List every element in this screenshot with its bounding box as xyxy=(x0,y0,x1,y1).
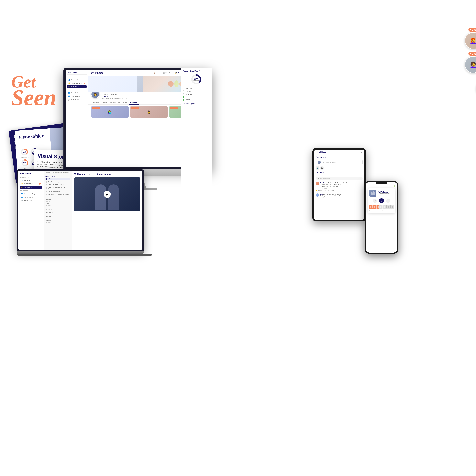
audio-player-card: Mini-Audiokurs Einführung ins Thema Stor… xyxy=(368,188,395,213)
checklist-uber-mich: Über mich xyxy=(183,87,209,89)
tablet-frame: ▪ Die Piñatas ☰ Newsfeed Teile etwas mit… xyxy=(312,148,366,221)
week-5-lessons: 3 Lektionen xyxy=(45,218,70,219)
video-player[interactable]: ▶ xyxy=(74,177,140,211)
right-panel: Komplettiere Dein P... 36% Komplett xyxy=(181,70,209,167)
phone: 9:41 ●●● WiFi 🔋 xyxy=(365,181,398,254)
sidebar-community-label: COMMUNITY xyxy=(67,89,86,91)
getseen-logo: Get Seen xyxy=(11,73,56,108)
course-card-1[interactable]: START KURS 👩‍💻 xyxy=(91,106,129,118)
course-lesson-title: Willkommen – Erst einmal ankom... xyxy=(74,173,140,176)
follower-count: 2 Follower xyxy=(102,94,108,96)
playback-speed[interactable]: 1x xyxy=(369,210,370,211)
week-4-header[interactable]: ▶ Woche 4 xyxy=(45,211,70,213)
progress-donut: 36% Komplett xyxy=(183,74,209,85)
laptop-display: ▪ Die Piñatas PERSÖNLICH 👤 Mein Profil 🔔… xyxy=(18,171,142,250)
week-1-header[interactable]: ▶ Woche 1 xyxy=(45,198,70,201)
lesson-6[interactable]: Wie oft soll ich Storytelling einsetzen? xyxy=(45,193,70,196)
check-expertin xyxy=(183,90,185,92)
sidebar-item-profil[interactable]: 👤 Mein Profil xyxy=(67,78,86,81)
sidebar-item-courses[interactable]: 🎓 Meine Kurse xyxy=(67,85,86,88)
course-module-title: MODUL 1 VON 7 xyxy=(45,176,70,177)
audio-title: Mini-Audiokurs xyxy=(378,191,394,193)
feed-avatar-1 xyxy=(316,182,319,185)
feed-time-1: vor 35 Minuten xyxy=(320,187,347,189)
audio-options[interactable]: ⋯ xyxy=(393,210,394,211)
lesson-4[interactable]: Die Wünsche, Hoffnungen und Ängs... xyxy=(45,186,70,190)
play-button[interactable]: ▶ xyxy=(104,191,111,198)
sidebar-item-notifications[interactable]: 🔔 Benachrichtigu... 4 xyxy=(67,82,86,85)
rewind-button[interactable]: ⏮ xyxy=(373,199,377,203)
audio-controls: ⏮ ▶ ⏭ xyxy=(369,198,394,203)
course-sidebar: Get Seen – Social Storytelling für Exper… xyxy=(44,171,72,250)
tab-fotos[interactable]: Fotos xyxy=(121,101,129,105)
week-2-header[interactable]: ▶ Woche 2 xyxy=(45,202,70,205)
add-photo-icon[interactable]: 📷 xyxy=(316,166,319,170)
sidebar-item-groups[interactable]: 👥 Meine Gruppen xyxy=(67,95,86,98)
checklist-bio: Meine Bio xyxy=(183,93,209,95)
feed-tab-all[interactable]: alle Beiträge xyxy=(316,171,324,174)
laptop-sidebar-notifications[interactable]: 🔔 Benachrichtigu... 4 xyxy=(20,182,42,185)
checklist-profilbild: Profilbild xyxy=(183,96,209,98)
audio-waveform[interactable] xyxy=(369,204,394,209)
course-label-3: START KURS xyxy=(170,107,178,109)
lesson-5[interactable]: Der Tagebucheintrag xyxy=(45,190,70,193)
post-input-area[interactable]: Teile etwas mit, Karina... xyxy=(316,159,363,165)
platform-logo-top: Die Piñatas xyxy=(91,72,103,74)
post-avatar xyxy=(318,161,321,164)
week-3-header[interactable]: ▶ Woche 3 xyxy=(45,207,70,209)
audio-play-button[interactable]: ▶ xyxy=(379,198,384,203)
logo-seen-text: Seen xyxy=(11,87,56,108)
sidebar-item-connections[interactable]: 👥 Meine Verbindungen xyxy=(67,91,86,94)
imac-platform-logo: Die Piñatas xyxy=(67,71,86,75)
feed-item-2: Silke hat einen Beitrag in der Gruppe: D… xyxy=(314,192,364,200)
live-badge-3: LIVE xyxy=(468,52,476,56)
laptop-base xyxy=(17,251,144,254)
live-dot-1 xyxy=(470,29,471,31)
sidebar-item-forums[interactable]: 💬 Meine Foren xyxy=(67,98,86,101)
right-panel-title: Komplettiere Dein P... xyxy=(183,70,209,72)
lesson-2[interactable]: Dein Positionierungssatz xyxy=(45,181,70,183)
lesson-3[interactable]: Die Fragen Deiner Community xyxy=(45,183,70,186)
tab-aktivitaeten[interactable]: Aktivitäten xyxy=(91,101,102,105)
laptop-sidebar-groups[interactable]: 👥 Meine Gruppen xyxy=(20,196,42,199)
sidebar-personal-label: PERSÖNLICH xyxy=(67,76,86,78)
checklist-titelbild: Titelbild xyxy=(183,99,209,101)
nav-home[interactable]: 🏠 Home xyxy=(153,72,160,74)
lesson-1[interactable]: Willkommen xyxy=(45,178,70,180)
feed-text-1: Christine hat den Namen der Gruppe geänd… xyxy=(320,182,347,187)
laptop-sidebar-connections[interactable]: 👥 Meine Verbindungen xyxy=(20,192,42,195)
laptop: ▪ Die Piñatas PERSÖNLICH 👤 Mein Profil 🔔… xyxy=(17,169,152,256)
svg-text:35%: 35% xyxy=(23,162,27,164)
week-6-header[interactable]: ▶ Woche 6 xyxy=(45,219,70,222)
live-circle-3: 👩‍🦱 xyxy=(465,56,476,73)
phone-notch xyxy=(376,182,387,184)
feed-item-1: Christine hat den Namen der Gruppe geänd… xyxy=(314,181,364,192)
newsfeed-title: Newsfeed xyxy=(314,154,364,159)
updates-section-title: Neueste Updates xyxy=(183,103,209,105)
forward-button[interactable]: ⏭ xyxy=(386,199,390,203)
laptop-sidebar-profil[interactable]: 👤 Mein Profil xyxy=(20,179,42,182)
imac-left-sidebar: Die Piñatas PERSÖNLICH 👤 Mein Profil 🔔 B… xyxy=(66,70,88,167)
live-dot-3 xyxy=(470,53,471,54)
course-content: Willkommen – Erst einmal ankom... ▶ xyxy=(72,171,142,250)
tab-profil[interactable]: Profil xyxy=(102,101,108,105)
course-label-2: START KURS xyxy=(131,107,139,109)
audio-thumbnail xyxy=(369,190,376,197)
add-video-icon[interactable]: 🎬 xyxy=(320,166,324,170)
tab-verbindungen[interactable]: Verbindungen xyxy=(108,101,121,105)
nav-newsfeed[interactable]: 📰 Newsfeed xyxy=(163,72,172,74)
laptop-sidebar-forums[interactable]: 💬 Meine Foren xyxy=(20,199,42,202)
laptop-sidebar: ▪ Die Piñatas PERSÖNLICH 👤 Mein Profil 🔔… xyxy=(18,171,44,250)
laptop-sidebar-courses[interactable]: 🎓 Meine Kurse xyxy=(20,186,42,189)
audio-progress: 0:42 / 2:18 xyxy=(379,210,384,211)
laptop-footer xyxy=(17,254,152,256)
feed-search[interactable]: 🔍 Beiträge suchen... xyxy=(316,177,363,180)
week-3-lessons: 3 Lektionen xyxy=(45,209,70,211)
tablet-feed-tabs: alle Beiträge xyxy=(314,171,364,175)
course-card-2[interactable]: START KURS 👩 xyxy=(130,106,168,118)
like-button-1[interactable]: 👍 gefällt mir xyxy=(316,189,323,191)
live-avatar-1: LIVE 👩‍🦰 xyxy=(465,28,476,49)
comment-button-1[interactable]: 💬 Kommentar xyxy=(325,189,334,191)
week-5-header[interactable]: ▶ Woche 5 xyxy=(45,215,70,218)
tab-kurse[interactable]: Kurse 4 xyxy=(129,101,139,105)
